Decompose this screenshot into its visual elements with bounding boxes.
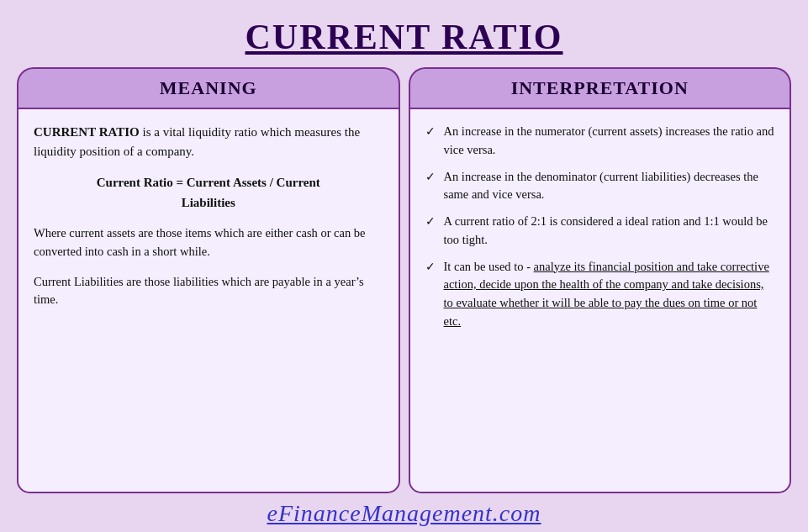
formula-line2: Liabilities [34,192,383,213]
interpretation-header: INTERPRETATION [409,67,792,108]
interp-item-2: An increase in the denominator (current … [444,170,758,202]
interp-item-4-plain: It can be used to - [444,260,534,273]
meaning-body: CURRENT RATIO is a vital liquidity ratio… [17,108,400,493]
list-item: It can be used to - analyze its financia… [425,258,775,331]
meaning-intro: CURRENT RATIO is a vital liquidity ratio… [34,123,383,161]
formula-block: Current Ratio = Current Assets / Current… [34,172,383,213]
interp-item-1: An increase in the numerator (current as… [444,124,774,156]
interp-item-3: A current ratio of 2:1 is considered a i… [444,214,768,246]
list-item: An increase in the numerator (current as… [425,123,775,160]
footer-text: eFinanceManagement.com [267,500,541,526]
list-item: An increase in the denominator (current … [425,168,775,205]
main-title: CURRENT RATIO [246,18,563,56]
meaning-bold-term: CURRENT RATIO [34,125,140,139]
where-text: Where current assets are those items whi… [34,224,383,261]
list-item: A current ratio of 2:1 is considered a i… [425,213,775,250]
content-area: MEANING CURRENT RATIO is a vital liquidi… [17,67,791,493]
meaning-column: MEANING CURRENT RATIO is a vital liquidi… [17,67,400,493]
interpretation-body: An increase in the numerator (current as… [409,108,792,493]
interpretation-list: An increase in the numerator (current as… [425,123,775,331]
interpretation-column: INTERPRETATION An increase in the numera… [409,67,792,493]
liabilities-text: Current Liabilities are those liabilitie… [34,273,383,310]
interpretation-header-text: INTERPRETATION [511,77,689,98]
title-container: CURRENT RATIO [17,8,791,67]
formula-line1: Current Ratio = Current Assets / Current [34,172,383,192]
meaning-header-text: MEANING [160,77,257,98]
meaning-header: MEANING [17,67,400,108]
footer: eFinanceManagement.com [17,493,791,532]
